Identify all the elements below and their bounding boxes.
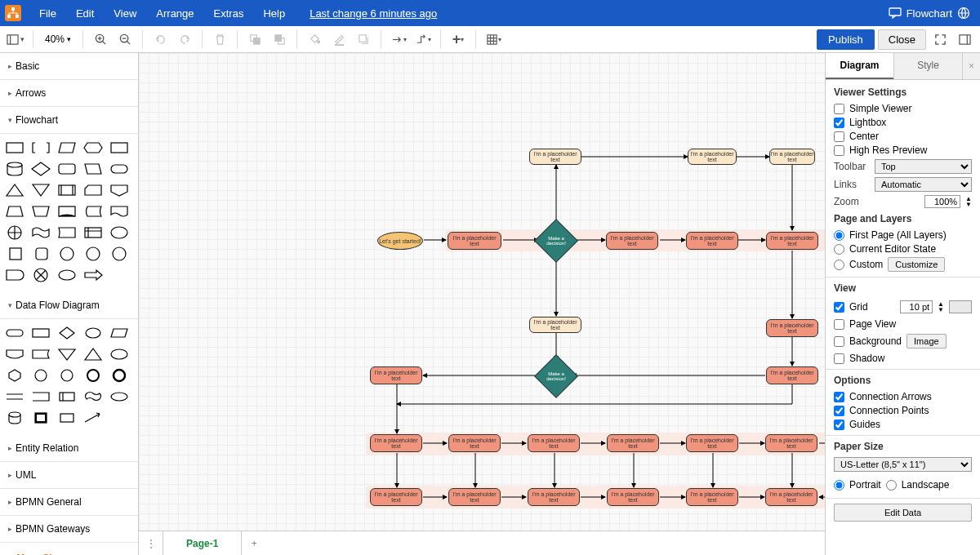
- node-process[interactable]: I'm a placeholder text: [448, 232, 501, 250]
- doc-name[interactable]: Flowchart: [906, 7, 952, 20]
- shape-d1[interactable]: [3, 324, 26, 342]
- shape-diamond[interactable]: [29, 160, 52, 178]
- grid-color-swatch[interactable]: [949, 300, 972, 313]
- fill-color-button[interactable]: [304, 29, 325, 50]
- more-shapes-button[interactable]: + More Shapes...: [0, 543, 138, 555]
- shape-d23[interactable]: [56, 409, 78, 427]
- cb-shadow[interactable]: Shadow: [834, 353, 972, 364]
- shape-triangle-down[interactable]: [29, 181, 52, 199]
- globe-icon[interactable]: [957, 7, 970, 20]
- shape-d4[interactable]: [82, 324, 105, 342]
- comment-icon[interactable]: [889, 7, 902, 20]
- shape-d19[interactable]: [82, 388, 105, 406]
- shape-pentb[interactable]: [108, 181, 131, 199]
- view-mode-button[interactable]: ▾: [5, 29, 26, 50]
- palette-cat-uml[interactable]: ▸UML: [0, 462, 138, 489]
- shape-d10[interactable]: [108, 345, 131, 363]
- node-process[interactable]: I'm a placeholder text: [765, 434, 817, 452]
- close-button[interactable]: Close: [878, 29, 926, 50]
- shape-intern[interactable]: [82, 224, 105, 242]
- shape-card[interactable]: [82, 181, 105, 199]
- node-process[interactable]: I'm a placeholder text: [686, 434, 738, 452]
- shape-d17[interactable]: [29, 388, 52, 406]
- shape-d11[interactable]: [3, 366, 26, 384]
- menu-file[interactable]: File: [29, 7, 66, 20]
- menu-help[interactable]: Help: [253, 7, 295, 20]
- toolbar-select[interactable]: Top: [875, 159, 972, 174]
- palette-cat-flowchart[interactable]: ▾Flowchart: [0, 107, 138, 134]
- insert-button[interactable]: +▾: [448, 29, 469, 50]
- node-process[interactable]: I'm a placeholder text: [607, 488, 659, 506]
- shape-trap-down[interactable]: [29, 202, 52, 220]
- paper-size-select[interactable]: US-Letter (8,5" x 11"): [834, 457, 972, 472]
- waypoint-button[interactable]: ▾: [412, 29, 434, 50]
- tab-style[interactable]: Style: [893, 53, 962, 79]
- shape-bracket[interactable]: [29, 139, 52, 157]
- shape-tape[interactable]: [29, 224, 52, 242]
- zoom-input[interactable]: [924, 195, 960, 208]
- canvas[interactable]: I'm a placeholder text I'm a placeholder…: [139, 53, 825, 531]
- node-process[interactable]: I'm a placeholder text: [686, 232, 738, 250]
- node-process[interactable]: I'm a placeholder text: [765, 488, 817, 506]
- shape-d6[interactable]: [3, 345, 26, 363]
- palette-cat-dfd[interactable]: ▾Data Flow Diagram: [0, 292, 138, 319]
- shape-or[interactable]: [3, 224, 26, 242]
- shape-round2[interactable]: [56, 160, 78, 178]
- node-process[interactable]: I'm a placeholder text: [766, 232, 818, 250]
- node-process[interactable]: I'm a placeholder text: [766, 319, 818, 337]
- grid-size-input[interactable]: [900, 300, 933, 313]
- format-panel-button[interactable]: [954, 29, 975, 50]
- shape-circle2[interactable]: [82, 245, 105, 263]
- menu-edit[interactable]: Edit: [66, 7, 104, 20]
- shape-subroutine[interactable]: [56, 181, 78, 199]
- fullscreen-button[interactable]: [929, 29, 951, 50]
- radio-landscape[interactable]: Landscape: [886, 479, 950, 491]
- palette-cat-er[interactable]: ▸Entity Relation: [0, 435, 138, 462]
- last-change-link[interactable]: Last change 6 minutes ago: [300, 7, 447, 20]
- shape-ellipse2[interactable]: [108, 224, 131, 242]
- shape-d22[interactable]: [29, 409, 52, 427]
- cb-center[interactable]: Center: [834, 131, 972, 142]
- node-process[interactable]: I'm a placeholder text: [448, 488, 501, 506]
- node-process[interactable]: I'm a placeholder text: [769, 149, 815, 165]
- radio-editor-state[interactable]: Current Editor State: [834, 243, 972, 255]
- shape-storage[interactable]: [82, 202, 105, 220]
- shape-d5[interactable]: [108, 324, 131, 342]
- zoom-in-button[interactable]: [90, 29, 111, 50]
- app-logo[interactable]: [5, 5, 21, 21]
- shape-manual[interactable]: [56, 224, 78, 242]
- radio-custom[interactable]: Custom Customize: [834, 257, 972, 272]
- zoom-out-button[interactable]: [114, 29, 136, 50]
- palette-cat-arrows[interactable]: ▸Arrows: [0, 80, 138, 107]
- node-process[interactable]: I'm a placeholder text: [370, 434, 422, 452]
- shape-d14[interactable]: [82, 366, 105, 384]
- shape-d2[interactable]: [29, 324, 52, 342]
- zoom-select[interactable]: 40%▾: [40, 33, 76, 45]
- cb-lightbox[interactable]: Lightbox: [834, 117, 972, 128]
- shape-circle3[interactable]: [108, 245, 131, 263]
- node-process[interactable]: I'm a placeholder text: [529, 317, 581, 333]
- cb-page-view[interactable]: Page View: [834, 318, 972, 330]
- shape-display[interactable]: [56, 202, 78, 220]
- cb-guides[interactable]: Guides: [834, 419, 972, 430]
- links-select[interactable]: Automatic: [875, 177, 972, 192]
- shape-d18[interactable]: [56, 388, 78, 406]
- shape-triangle[interactable]: [3, 181, 26, 199]
- shape-stadium[interactable]: [108, 160, 131, 178]
- shape-d9[interactable]: [82, 345, 105, 363]
- zoom-stepper[interactable]: ▲▼: [965, 196, 972, 207]
- tab-diagram[interactable]: Diagram: [826, 53, 893, 79]
- page-tab-1[interactable]: Page-1: [163, 531, 242, 555]
- radio-first-page[interactable]: First Page (All Layers): [834, 229, 972, 241]
- node-process[interactable]: I'm a placeholder text: [528, 488, 580, 506]
- cb-conn-arrows[interactable]: Connection Arrows: [834, 391, 972, 402]
- shape-d3[interactable]: [56, 324, 78, 342]
- shape-halfround[interactable]: [3, 266, 26, 284]
- connection-button[interactable]: ▾: [388, 29, 409, 50]
- node-process[interactable]: I'm a placeholder text: [528, 434, 580, 452]
- publish-button[interactable]: Publish: [817, 29, 875, 50]
- shape-square[interactable]: [3, 245, 26, 263]
- to-back-button[interactable]: [269, 29, 290, 50]
- palette-cat-basic[interactable]: ▸Basic: [0, 53, 138, 80]
- node-process[interactable]: I'm a placeholder text: [606, 232, 658, 250]
